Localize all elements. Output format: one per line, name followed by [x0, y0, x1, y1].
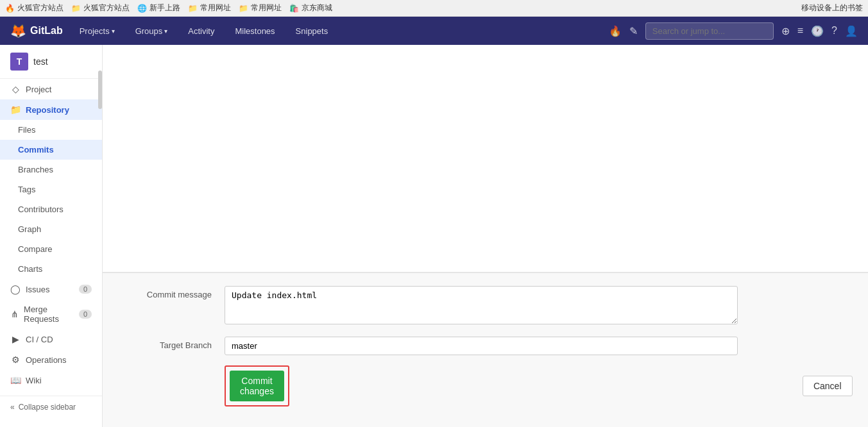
sidebar: T test ◇ Project 📁 Repository Files Comm…: [0, 45, 103, 427]
sidebar-item-cicd[interactable]: ▶ CI / CD: [0, 329, 102, 349]
merge-requests-badge: 0: [79, 310, 92, 319]
target-branch-label: Target Branch: [128, 337, 212, 350]
search-input[interactable]: [645, 22, 774, 40]
sidebar-item-wiki[interactable]: 📖 Wiki: [0, 370, 102, 390]
help-icon[interactable]: ?: [831, 25, 837, 37]
sidebar-item-tags[interactable]: Tags: [0, 180, 102, 199]
commit-message-input[interactable]: [225, 286, 738, 324]
form-actions-control: Commit changes Cancel: [225, 365, 738, 406]
nav-right: 🔥 ✎ ⊕ ≡ 🕐 ? 👤: [609, 22, 858, 40]
groups-arrow-icon: ▾: [164, 28, 167, 35]
gitlab-logo[interactable]: 🦊 GitLab: [10, 23, 63, 38]
sidebar-scrollbar-thumb: [98, 71, 102, 109]
project-avatar: T: [10, 53, 28, 71]
bookmark-4[interactable]: 📁 常用网址: [188, 3, 231, 13]
form-actions-spacer: [128, 365, 212, 369]
add-icon[interactable]: ⊕: [781, 25, 790, 37]
sidebar-item-graph[interactable]: Graph: [0, 219, 102, 239]
target-branch-control: [225, 337, 738, 355]
cicd-icon: ▶: [10, 334, 21, 344]
clock-icon[interactable]: 🕐: [811, 25, 824, 37]
editor-scroll-area: [103, 45, 868, 272]
flame-icon[interactable]: 🔥: [609, 25, 622, 37]
actions-row-inner: Commit changes Cancel: [225, 365, 738, 406]
issues-badge: 0: [79, 285, 92, 294]
commit-message-control: [225, 286, 738, 326]
menu-icon[interactable]: ≡: [797, 25, 803, 37]
target-branch-input[interactable]: [225, 337, 738, 355]
sidebar-item-operations[interactable]: ⚙ Operations: [0, 349, 102, 370]
sidebar-item-project[interactable]: ◇ Project: [0, 79, 102, 99]
sidebar-item-branches[interactable]: Branches: [0, 160, 102, 180]
bookmark-6[interactable]: 🛍️ 京东商城: [289, 3, 332, 13]
bookmark-2[interactable]: 📁 火狐官方站点: [71, 3, 130, 13]
target-branch-row: Target Branch: [128, 337, 842, 355]
issues-icon: ◯: [10, 284, 21, 294]
form-actions-row: Commit changes Cancel: [128, 365, 842, 406]
collapse-sidebar-button[interactable]: « Collapse sidebar: [0, 396, 102, 418]
nav-activity[interactable]: Activity: [184, 24, 218, 38]
commit-changes-button[interactable]: Commit changes: [230, 371, 284, 401]
user-avatar[interactable]: 👤: [845, 25, 858, 37]
sidebar-item-charts[interactable]: Charts: [0, 259, 102, 279]
gitlab-logo-text: GitLab: [30, 25, 63, 37]
sidebar-item-merge-requests[interactable]: ⋔ Merge Requests 0: [0, 299, 102, 329]
mobile-bookmarks: 移动设备上的书签: [801, 3, 863, 13]
bookmark-5[interactable]: 📁 常用网址: [239, 3, 282, 13]
repository-icon: 📁: [10, 105, 21, 115]
commit-btn-highlight: Commit changes: [225, 365, 289, 406]
sidebar-item-compare[interactable]: Compare: [0, 239, 102, 259]
sidebar-item-files[interactable]: Files: [0, 120, 102, 140]
sidebar-item-issues[interactable]: ◯ Issues 0: [0, 279, 102, 299]
sidebar-scrollbar[interactable]: [98, 45, 102, 427]
project-name: test: [33, 56, 48, 67]
projects-arrow-icon: ▾: [112, 28, 115, 35]
main-layout: T test ◇ Project 📁 Repository Files Comm…: [0, 45, 868, 427]
merge-icon: ⋔: [10, 309, 19, 319]
sidebar-item-commits[interactable]: Commits: [0, 140, 102, 160]
commit-message-row: Commit message: [128, 286, 842, 326]
commit-form: Commit message Target Branch Commi: [103, 272, 868, 427]
nav-projects[interactable]: Projects ▾: [76, 24, 119, 38]
browser-bar: 🔥 火狐官方站点 📁 火狐官方站点 🌐 新手上路 📁 常用网址 📁 常用网址 🛍…: [0, 0, 868, 17]
sidebar-project[interactable]: T test: [0, 45, 102, 79]
nav-snippets[interactable]: Snippets: [292, 24, 332, 38]
cancel-button[interactable]: Cancel: [803, 376, 853, 396]
edit-icon[interactable]: ✎: [629, 25, 638, 37]
sidebar-item-repository[interactable]: 📁 Repository: [0, 99, 102, 120]
project-icon: ◇: [10, 84, 21, 94]
wiki-icon: 📖: [10, 375, 21, 385]
gitlab-fox-icon: 🦊: [10, 23, 26, 38]
commit-message-label: Commit message: [128, 286, 212, 299]
sidebar-item-contributors[interactable]: Contributors: [0, 199, 102, 219]
operations-icon: ⚙: [10, 355, 21, 365]
nav-milestones[interactable]: Milestones: [231, 24, 278, 38]
gitlab-navbar: 🦊 GitLab Projects ▾ Groups ▾ Activity Mi…: [0, 17, 868, 45]
nav-groups[interactable]: Groups ▾: [132, 24, 172, 38]
bookmark-1[interactable]: 🔥 火狐官方站点: [5, 3, 64, 13]
content-area: Commit message Target Branch Commi: [103, 45, 868, 427]
bookmark-3[interactable]: 🌐 新手上路: [137, 3, 180, 13]
collapse-icon: «: [10, 403, 15, 412]
